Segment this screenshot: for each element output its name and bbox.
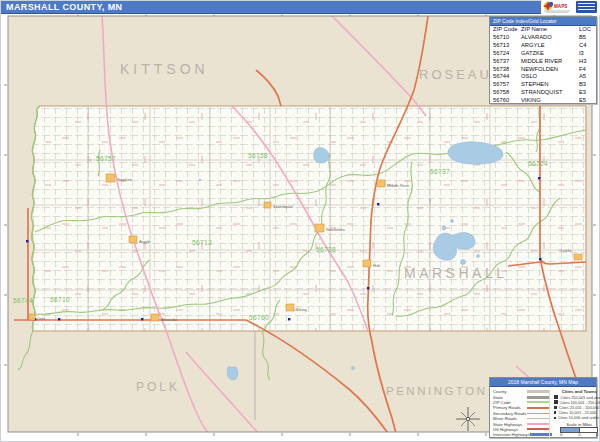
loc-cell: B5 <box>579 34 593 42</box>
legend-cities-block: Cities and Towns Cities 250,001 and abov… <box>549 389 600 438</box>
minor-road-swatch <box>527 418 549 419</box>
brand-logo: MAPS <box>542 0 600 15</box>
city-size-icon <box>554 400 558 404</box>
brand-logo-icon: MAPS <box>542 0 576 14</box>
state-line-swatch <box>527 396 549 399</box>
brand-badge <box>576 1 597 13</box>
col-loc: LOC <box>579 26 593 34</box>
name-cell: STEPHEN <box>521 81 579 89</box>
col-zip-code: ZIP Code <box>493 26 521 34</box>
town-newfolden <box>315 224 324 232</box>
loc-cell: H3 <box>579 58 593 66</box>
zip-label-56744: 56744 <box>13 297 33 304</box>
loc-cell: I3 <box>579 50 593 58</box>
zip-index-panel: ZIP Code Index/Grid Locator ZIP Code ZIP… <box>489 16 597 104</box>
town-label-alvarado: Alvarado <box>161 317 178 322</box>
zip-label-56737: 56737 <box>430 168 450 175</box>
legend-label: Minor Roads <box>493 416 517 421</box>
zip-index-row: 56737 MIDDLE RIVER H3 <box>490 58 596 66</box>
scale-tick: 4 <box>596 433 598 437</box>
town-holt <box>363 260 371 267</box>
state-highway-swatch <box>527 423 549 425</box>
city-class-label: Cities 10,000 and under <box>558 415 599 420</box>
legend-label: County <box>493 389 506 394</box>
loc-cell: F4 <box>579 66 593 74</box>
town-label-strandquist: Strandquist <box>273 204 294 209</box>
town-oslo <box>29 314 35 320</box>
zip-cell: 56744 <box>493 73 521 81</box>
town-argyle <box>129 236 137 243</box>
town-alvarado <box>151 314 159 321</box>
zip-cell: 56757 <box>493 81 521 89</box>
zip-label-56710: 56710 <box>50 296 70 303</box>
legend-panel: 2018 Marshall County, MN Map County Stat… <box>489 377 597 438</box>
scale-tick: 2 <box>578 433 580 437</box>
name-cell: MIDDLE RIVER <box>521 58 579 66</box>
zip-cell: 56737 <box>493 58 521 66</box>
primary-road-swatch <box>527 407 549 409</box>
zip-label-56713: 56713 <box>192 239 212 246</box>
zip-line-swatch <box>527 401 549 403</box>
legend-label: State <box>493 395 503 400</box>
zip-index-row: 56760 VIKING E5 <box>490 97 596 105</box>
city-size-icon <box>554 417 556 419</box>
zip-label-56758: 56758 <box>248 152 268 159</box>
county-label-kittson: KITTSON <box>120 61 209 77</box>
town-label-viking: Viking <box>296 307 307 312</box>
legend-line-symbols: County State ZIP Code Primary Roads Seco… <box>493 389 549 438</box>
town-gatzke <box>574 254 582 260</box>
town-label-middle-river: Middle River <box>387 183 410 188</box>
zip-label-56724: 56724 <box>528 160 548 167</box>
legend-label: US Highways <box>493 427 518 432</box>
city-size-icon <box>554 406 557 409</box>
town-viking <box>286 304 294 311</box>
loc-cell: B3 <box>579 81 593 89</box>
town-label-gatzke: Gatzke <box>559 248 572 253</box>
zip-index-row: 56710 ALVARADO B5 <box>490 34 596 42</box>
scale-bar <box>560 427 598 433</box>
county-label-pennington: PENNINGTON <box>386 385 487 397</box>
legend-label: Secondary Roads <box>493 411 526 416</box>
county-label-roseau: ROSEAU <box>419 67 492 82</box>
col-zip-name: ZIP Name <box>521 26 579 34</box>
scale-tick-labels: 0 2 4 <box>560 433 598 437</box>
name-cell: NEWFOLDEN <box>521 66 579 74</box>
legend-title: 2018 Marshall County, MN Map <box>490 378 596 387</box>
zip-index-row: 56744 OSLO A5 <box>490 73 596 81</box>
town-label-newfolden: Newfolden <box>326 227 345 232</box>
name-cell: OSLO <box>521 73 579 81</box>
zip-index-row: 56724 GATZKE I3 <box>490 50 596 58</box>
county-line-swatch <box>527 390 549 393</box>
name-cell: STRANDQUIST <box>521 89 579 97</box>
legend-label: Interstate Highways <box>493 432 530 437</box>
legend-label: ZIP Code <box>493 400 511 405</box>
page-title: MARSHALL COUNTY, MN <box>6 2 122 12</box>
us-highway-swatch <box>527 428 549 430</box>
loc-cell: E3 <box>579 89 593 97</box>
legend-label: Primary Roads <box>493 405 521 410</box>
zip-index-header: ZIP Code Index/Grid Locator <box>490 17 596 26</box>
city-size-icon <box>554 411 556 413</box>
zip-label-56760: 56760 <box>249 314 269 321</box>
town-middle-river <box>377 180 385 187</box>
zip-index-row: 56758 STRANDQUIST E3 <box>490 89 596 97</box>
loc-cell: C4 <box>579 42 593 50</box>
city-size-icon <box>554 395 558 399</box>
name-cell: ALVARADO <box>521 34 579 42</box>
legend-label: State Highways <box>493 422 522 427</box>
town-strandquist <box>264 202 271 208</box>
loc-cell: A5 <box>579 73 593 81</box>
town-label-oslo: Oslo <box>37 316 46 321</box>
secondary-road-swatch <box>527 413 549 414</box>
zip-cell: 56724 <box>493 50 521 58</box>
town-label-argyle: Argyle <box>139 239 151 244</box>
zip-cell: 56760 <box>493 97 521 105</box>
logo-maps-text: MAPS <box>554 4 567 9</box>
town-stephen <box>106 174 115 182</box>
town-label-stephen: Stephen <box>117 177 132 182</box>
zip-label-56738: 56738 <box>316 246 336 253</box>
zip-index-row: 56713 ARGYLE C4 <box>490 42 596 50</box>
zip-cell: 56713 <box>493 42 521 50</box>
zip-cell: 56758 <box>493 89 521 97</box>
zip-label-56757: 56757 <box>96 155 116 162</box>
